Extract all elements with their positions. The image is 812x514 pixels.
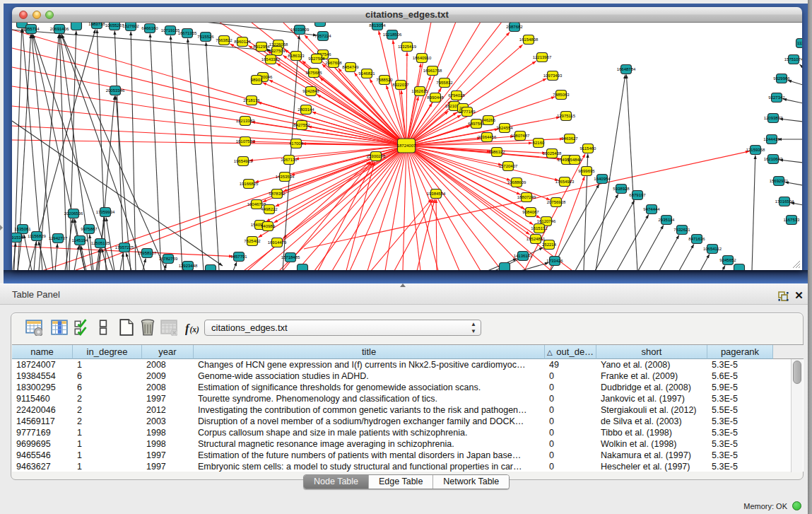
graph-node-yellow[interactable]: 154844 <box>567 156 582 165</box>
graph-node-yellow[interactable]: 18724007 <box>397 139 416 153</box>
cell-out_de-row7[interactable]: 0 <box>545 438 596 450</box>
cell-pagerank-row5[interactable]: 5.3E-5 <box>707 416 773 427</box>
graph-node-teal[interactable]: 16782759 <box>159 255 178 264</box>
graph-node-teal[interactable]: 5938928 <box>613 185 630 194</box>
graph-node-yellow[interactable]: 12213382 <box>236 117 255 126</box>
cell-name-row8[interactable]: 9465546 <box>12 450 73 461</box>
graph-node-teal[interactable]: 12923448 <box>179 262 198 271</box>
cell-year-row2[interactable]: 2008 <box>142 382 194 393</box>
cell-in_degree-row7[interactable]: 1 <box>73 438 142 450</box>
cell-title-row5[interactable]: Disruption of a novel member of a sodium… <box>194 416 545 427</box>
graph-node-yellow[interactable]: 18640910 <box>413 54 432 63</box>
graph-node-yellow[interactable]: 3675685 <box>305 69 322 78</box>
graph-node-teal[interactable]: 1167533 <box>784 216 801 225</box>
graph-node-teal[interactable]: 2087682 <box>506 23 523 32</box>
cell-short-row1[interactable]: Franke et al. (2009) <box>596 370 707 382</box>
graph-node-yellow[interactable]: 7588520 <box>376 76 393 85</box>
graph-node-yellow[interactable]: 3624554 <box>496 124 513 133</box>
graph-node-yellow[interactable]: 7625402 <box>244 237 261 246</box>
delete-column-icon[interactable] <box>139 319 156 336</box>
left-split-divider-icon[interactable] <box>0 225 3 230</box>
graph-node-teal[interactable]: 6879197 <box>629 191 646 200</box>
cell-pagerank-row6[interactable]: 5.3E-5 <box>707 427 773 438</box>
cell-year-row5[interactable]: 2003 <box>142 416 194 427</box>
graph-node-teal[interactable]: 16671355 <box>178 29 197 38</box>
graph-node-teal[interactable]: 20691406 <box>50 25 69 34</box>
function-builder-icon[interactable]: f(x) <box>185 319 202 336</box>
graph-node-teal[interactable]: 20053346 <box>106 86 125 95</box>
cell-year-row0[interactable]: 2008 <box>142 359 194 370</box>
cell-out_de-row3[interactable]: 0 <box>545 393 596 404</box>
column-header-short[interactable]: short <box>596 345 707 359</box>
tab-node-table[interactable]: Node Table <box>304 475 369 489</box>
split-divider-icon[interactable] <box>400 284 406 287</box>
cell-short-row5[interactable]: de Silva et al. (2003) <box>596 416 707 427</box>
graph-node-teal[interactable]: 1983718 <box>88 23 105 29</box>
cell-name-row4[interactable]: 22420046 <box>12 404 73 416</box>
cell-title-row9[interactable]: Embryonic stem cells: a model to study s… <box>194 461 545 472</box>
graph-node-yellow[interactable]: 16154808 <box>519 35 539 45</box>
cell-name-row6[interactable]: 9777169 <box>12 427 73 438</box>
graph-node-yellow[interactable]: 7986322 <box>488 148 505 157</box>
graph-node-teal[interactable]: 12093877 <box>764 114 783 123</box>
cell-in_degree-row5[interactable]: 2 <box>73 416 142 427</box>
graph-node-teal[interactable]: 12505135 <box>91 239 110 248</box>
cell-short-row7[interactable]: Wolkin et al. (1998) <box>596 438 707 450</box>
graph-node-yellow[interactable]: 252214 <box>542 240 557 250</box>
network-canvas[interactable]: 1872400740557142069140619837181065526715… <box>12 23 802 270</box>
cell-pagerank-row7[interactable]: 5.3E-5 <box>707 438 773 450</box>
network-window-titlebar[interactable]: citations_edges.txt <box>12 7 802 23</box>
cell-year-row1[interactable]: 2009 <box>142 370 194 382</box>
graph-node-yellow[interactable]: 10807487 <box>511 132 530 141</box>
graph-node-teal[interactable] <box>734 264 745 271</box>
graph-node-yellow[interactable]: 17654923 <box>555 177 575 187</box>
graph-node-teal[interactable] <box>500 263 510 271</box>
cell-out_de-row9[interactable]: 0 <box>545 461 596 472</box>
graph-node-yellow[interactable]: 5878352 <box>269 189 286 199</box>
graph-node-yellow[interactable]: 9699695 <box>578 167 595 176</box>
cell-in_degree-row6[interactable]: 1 <box>73 427 142 438</box>
graph-node-yellow[interactable]: 940989 <box>261 222 276 231</box>
cell-title-row4[interactable]: Investigating the contribution of common… <box>194 404 545 416</box>
graph-node-yellow[interactable]: 9463627 <box>561 134 578 144</box>
cell-short-row8[interactable]: Nakamura et al. (1997) <box>596 450 707 461</box>
graph-node-teal[interactable]: 7357224 <box>314 32 331 41</box>
graph-node-yellow[interactable]: 12213967 <box>533 53 552 62</box>
cell-in_degree-row4[interactable]: 2 <box>73 404 142 416</box>
graph-node-yellow[interactable]: 9084067 <box>522 208 539 217</box>
graph-node-teal[interactable]: 1535061 <box>14 225 31 234</box>
cell-short-row4[interactable]: Stergiakouli et al. (2012) <box>596 404 707 416</box>
graph-node-teal[interactable]: 391534 <box>12 233 24 243</box>
cell-in_degree-row1[interactable]: 6 <box>73 370 142 382</box>
cell-year-row6[interactable]: 1998 <box>142 427 194 438</box>
cell-title-row3[interactable]: Tourette syndrome. Phenomenology and cla… <box>194 393 545 404</box>
graph-node-teal[interactable]: 16033809 <box>290 25 310 35</box>
cell-short-row6[interactable]: Tibbo et al. (1998) <box>596 427 707 438</box>
graph-node-yellow[interactable]: 6794028 <box>448 91 465 100</box>
graph-node-yellow[interactable]: 12975115 <box>557 112 576 121</box>
graph-node-teal[interactable]: 1145194 <box>72 236 89 245</box>
graph-node-yellow[interactable]: 20364456 <box>478 133 497 142</box>
cell-pagerank-row0[interactable]: 5.3E-5 <box>707 359 773 370</box>
cell-year-row3[interactable]: 1997 <box>142 393 194 404</box>
cell-name-row9[interactable]: 9463627 <box>12 461 73 472</box>
graph-node-teal[interactable]: 9329966 <box>773 74 790 83</box>
create-column-icon[interactable] <box>95 319 112 336</box>
graph-node-yellow[interactable]: 19654923 <box>234 157 253 166</box>
cell-year-row7[interactable]: 1998 <box>142 438 194 450</box>
graph-node-teal[interactable]: 7632621 <box>673 226 690 235</box>
graph-node-teal[interactable]: 1733426 <box>546 257 563 266</box>
graph-node-teal[interactable]: 2935114 <box>659 216 676 225</box>
graph-node-yellow[interactable]: 2803144 <box>298 105 314 115</box>
graph-node-teal[interactable]: 15692971 <box>770 177 789 186</box>
table-settings-icon[interactable] <box>25 319 42 336</box>
cell-short-row9[interactable]: Hescheler et al. (1997) <box>596 461 707 472</box>
resize-grip-icon[interactable] <box>792 260 801 269</box>
graph-node-yellow[interactable]: 8960124 <box>234 37 251 47</box>
cell-title-row7[interactable]: Structural magnetic resonance image aver… <box>194 438 545 450</box>
graph-node-yellow[interactable]: 62160 <box>533 139 545 148</box>
graph-node-yellow[interactable]: 10688609 <box>507 178 526 187</box>
cell-out_de-row2[interactable]: 0 <box>545 382 596 393</box>
graph-node-teal[interactable]: 6466160 <box>141 24 158 33</box>
cell-name-row0[interactable]: 18724007 <box>12 359 73 370</box>
